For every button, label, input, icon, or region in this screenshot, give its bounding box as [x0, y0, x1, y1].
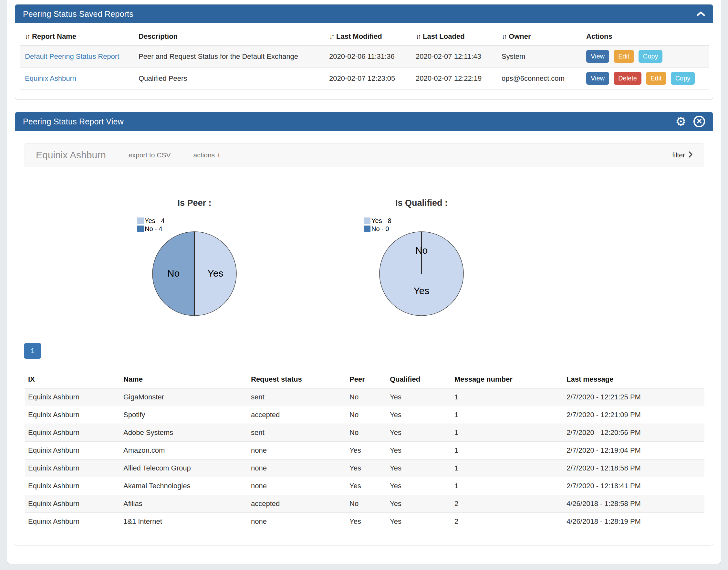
cell-description: Qualified Peers [133, 67, 324, 89]
cell-last-loaded: 2020-02-07 12:11:43 [411, 46, 497, 67]
chart-title: Is Qualified : [302, 198, 541, 208]
cell-last-message: 2/7/2020 - 12:19:04 PM [563, 442, 704, 460]
saved-reports-panel: Peering Status Saved Reports ↓↑Report Na… [15, 4, 713, 100]
cell-peer: No [346, 495, 387, 513]
saved-reports-table: ↓↑Report Name Description ↓↑Last Modifie… [20, 30, 709, 89]
copy-button[interactable]: Copy [639, 50, 663, 63]
cell-name: Akamai Technologies [120, 477, 248, 495]
sort-icon[interactable]: ↓↑ [329, 33, 333, 40]
cell-actions: View Delete Edit Copy [581, 67, 709, 89]
report-link[interactable]: Default Peering Status Report [25, 52, 119, 60]
edit-button[interactable]: Edit [614, 50, 634, 63]
sort-icon[interactable]: ↓↑ [502, 33, 506, 40]
cell-ix: Equinix Ashburn [25, 495, 120, 513]
column-request-status: Request status [248, 371, 346, 388]
cell-peer: Yes [346, 442, 387, 460]
chart-legend: Yes - 8 No - 0 [364, 217, 392, 233]
cell-last-message: 2/7/2020 - 12:18:41 PM [563, 477, 704, 495]
cell-message-number: 1 [451, 442, 563, 460]
cell-qualified: Yes [387, 477, 451, 495]
cell-request-status: none [248, 442, 346, 460]
cell-owner: System [497, 46, 581, 67]
column-owner[interactable]: ↓↑Owner [497, 30, 581, 46]
saved-reports-title: Peering Status Saved Reports [23, 9, 133, 19]
report-name: Equinix Ashburn [36, 150, 106, 161]
close-icon: × [693, 116, 705, 127]
cell-name: GigaMonster [120, 388, 248, 406]
cell-qualified: Yes [387, 513, 451, 531]
cell-ix: Equinix Ashburn [25, 388, 120, 406]
export-csv-link[interactable]: export to CSV [128, 151, 171, 159]
cell-name: Adobe Systems [120, 424, 248, 442]
copy-button[interactable]: Copy [671, 72, 695, 85]
cell-message-number: 2 [451, 495, 563, 513]
column-last-modified[interactable]: ↓↑Last Modified [324, 30, 411, 46]
sort-icon[interactable]: ↓↑ [416, 33, 420, 40]
pie-chart: No Yes [152, 231, 237, 316]
column-peer: Peer [346, 371, 387, 388]
pie-label-no: No [167, 268, 179, 279]
cell-peer: Yes [346, 460, 387, 477]
pie-label-no: No [415, 245, 428, 256]
table-row: Equinix Ashburn Amazon.com none Yes Yes … [25, 442, 704, 460]
delete-button[interactable]: Delete [614, 72, 641, 85]
column-last-loaded[interactable]: ↓↑Last Loaded [411, 30, 497, 46]
settings-button[interactable]: ⚙ [675, 115, 686, 127]
is-qualified-chart: Is Qualified : Yes - 8 No - 0 No Yes [302, 196, 541, 354]
legend-swatch-yes [364, 218, 371, 224]
legend-swatch-no [364, 226, 371, 232]
table-row: Equinix Ashburn GigaMonster sent No Yes … [25, 388, 704, 406]
cell-qualified: Yes [387, 406, 451, 424]
is-peer-chart: Is Peer : Yes - 4 No - 4 No Yes [75, 196, 314, 354]
cell-last-loaded: 2020-02-07 12:22:19 [411, 67, 497, 89]
pie-chart: No Yes [379, 231, 464, 316]
column-qualified: Qualified [387, 371, 451, 388]
cell-name: 1&1 Internet [120, 513, 248, 531]
cell-last-message: 4/26/2018 - 1:28:19 PM [563, 513, 704, 531]
cell-description: Peer and Request Status for the Default … [133, 46, 324, 67]
pie-label-yes: Yes [208, 268, 223, 279]
cell-ix: Equinix Ashburn [25, 424, 120, 442]
column-last-message: Last message [563, 371, 704, 388]
cell-name: Allied Telecom Group [120, 460, 248, 477]
column-report-name[interactable]: ↓↑Report Name [20, 30, 133, 46]
results-header-row: IX Name Request status Peer Qualified Me… [25, 371, 704, 388]
legend-swatch-no [137, 226, 144, 232]
cell-last-message: 4/26/2018 - 1:28:58 PM [563, 495, 704, 513]
cell-qualified: Yes [387, 424, 451, 442]
cell-last-message: 2/7/2020 - 12:20:56 PM [563, 424, 704, 442]
chart-title: Is Peer : [75, 198, 314, 208]
filter-toggle[interactable]: filter [672, 151, 693, 160]
view-button[interactable]: View [586, 50, 609, 63]
gear-icon: ⚙ [675, 115, 686, 127]
cell-peer: No [346, 406, 387, 424]
table-row: Equinix Ashburn Akamai Technologies none… [25, 477, 704, 495]
table-row: Equinix Ashburn Adobe Systems sent No Ye… [25, 424, 704, 442]
chart-legend: Yes - 4 No - 4 [137, 217, 165, 233]
cell-ix: Equinix Ashburn [25, 406, 120, 424]
actions-menu[interactable]: actions + [193, 151, 221, 159]
cell-ix: Equinix Ashburn [25, 460, 120, 477]
chevron-up-icon [697, 11, 705, 17]
edit-button[interactable]: Edit [646, 72, 666, 85]
column-actions: Actions [581, 30, 709, 46]
report-toolbar: Equinix Ashburn export to CSV actions + … [25, 143, 704, 167]
collapse-panel-button[interactable] [697, 11, 705, 17]
cell-message-number: 1 [451, 388, 563, 406]
report-view-header: Peering Status Report View ⚙ × [15, 112, 713, 131]
sort-icon[interactable]: ↓↑ [25, 33, 29, 40]
cell-peer: Yes [346, 477, 387, 495]
view-button[interactable]: View [586, 72, 609, 85]
cell-message-number: 1 [451, 424, 563, 442]
column-description: Description [133, 30, 324, 46]
close-button[interactable]: × [693, 116, 705, 127]
cell-request-status: sent [248, 388, 346, 406]
cell-last-message: 2/7/2020 - 12:18:58 PM [563, 460, 704, 477]
column-name: Name [120, 371, 248, 388]
pagination-page-1[interactable]: 1 [24, 343, 41, 359]
report-view-panel: Peering Status Report View ⚙ × Equinix A… [15, 112, 713, 545]
saved-reports-header-row: ↓↑Report Name Description ↓↑Last Modifie… [20, 30, 709, 46]
column-ix: IX [25, 371, 120, 388]
report-link[interactable]: Equinix Ashburn [25, 74, 76, 82]
cell-report-name: Equinix Ashburn [20, 67, 133, 89]
